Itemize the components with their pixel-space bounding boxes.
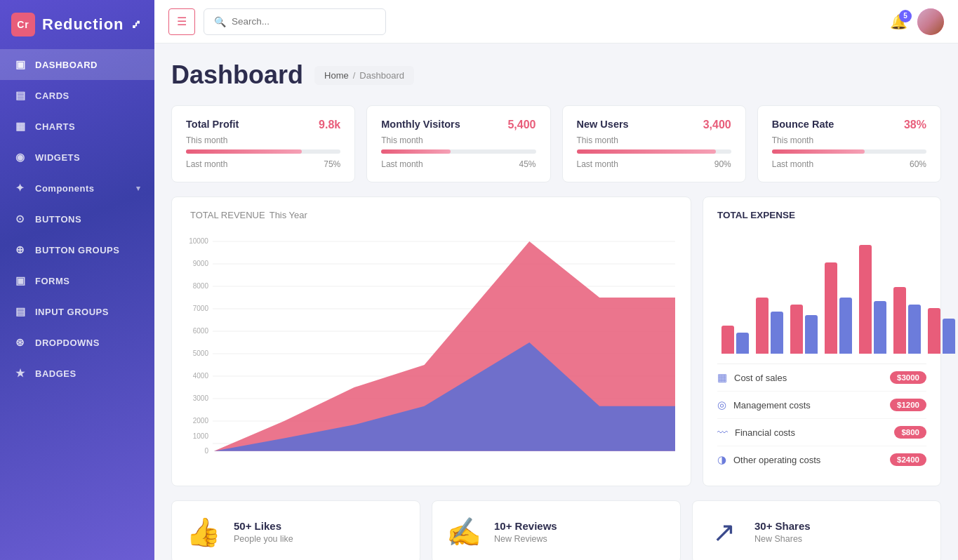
svg-text:6000: 6000 bbox=[193, 327, 208, 335]
svg-text:4000: 4000 bbox=[193, 372, 208, 380]
sidebar-item-forms[interactable]: ▣ FORMS bbox=[0, 265, 154, 296]
expense-legend-item-2: 〰 Financial costs $800 bbox=[717, 419, 926, 446]
bar-pink-3 bbox=[825, 262, 837, 354]
bottom-card-text-2: 30+ Shares New Shares bbox=[754, 520, 811, 544]
progress-bar-fill-2 bbox=[577, 149, 716, 154]
search-icon: 🔍 bbox=[214, 16, 226, 27]
sidebar-item-components[interactable]: ✦ Components ▾ bbox=[0, 173, 154, 204]
stat-card-last-pct-2: 90% bbox=[714, 159, 731, 169]
sidebar-item-cards[interactable]: ▤ CARDS bbox=[0, 80, 154, 111]
sidebar-label-badges: BADGES bbox=[35, 368, 76, 379]
bar-group-4 bbox=[859, 245, 886, 354]
header-right: 🔔 5 bbox=[890, 8, 944, 35]
expense-legend-item-0: ▦ Cost of sales $3000 bbox=[717, 364, 926, 392]
avatar[interactable] bbox=[917, 8, 944, 35]
bottom-card-label-1: New Reviews bbox=[494, 534, 557, 544]
notifications-button[interactable]: 🔔 5 bbox=[890, 13, 907, 30]
sidebar-item-badges[interactable]: ★ BADGES bbox=[0, 358, 154, 389]
app-name: Reduction bbox=[42, 15, 124, 34]
stat-card-header-1: Monthly Visitors 5,400 bbox=[381, 119, 535, 131]
progress-bar-fill-0 bbox=[186, 149, 302, 154]
expense-item-badge-2: $800 bbox=[894, 426, 926, 439]
notif-count-badge: 5 bbox=[899, 10, 912, 22]
bar-blue-0 bbox=[736, 333, 749, 354]
stat-card-this-month-2: This month bbox=[577, 135, 731, 145]
sidebar-item-widgets[interactable]: ◉ WIDGETS bbox=[0, 142, 154, 173]
expense-item-label-0: Cost of sales bbox=[734, 373, 787, 383]
app-logo[interactable]: Cr Reduction ⑇ bbox=[0, 0, 154, 49]
github-icon: ⑇ bbox=[133, 18, 140, 31]
expense-legend: ▦ Cost of sales $3000 ◎ Management costs… bbox=[717, 364, 926, 473]
stat-card-last-pct-3: 60% bbox=[910, 159, 926, 169]
sidebar-item-button-groups[interactable]: ⊕ BUTTON GROUPS bbox=[0, 234, 154, 265]
stat-card-title-3: Bounce Rate bbox=[772, 119, 834, 130]
bar-pink-1 bbox=[756, 298, 769, 354]
sidebar-item-dashboard[interactable]: ▣ DASHBOARD bbox=[0, 49, 154, 80]
stat-card-this-month-1: This month bbox=[381, 135, 535, 145]
stat-card-header-0: Total Profit 9.8k bbox=[186, 119, 340, 131]
expense-item-badge-1: $1200 bbox=[890, 399, 926, 411]
sidebar-nav: ▣ DASHBOARD ▤ CARDS ▦ CHARTS ◉ WIDGETS ✦… bbox=[0, 49, 154, 560]
stat-card-2: New Users 3,400 This month Last month 90… bbox=[562, 105, 746, 182]
sidebar-label-dropdowns: DROPDOWNS bbox=[35, 338, 100, 348]
stat-card-last-label-3: Last month bbox=[772, 159, 813, 169]
bottom-card-icon-2: ↗ bbox=[707, 516, 742, 548]
search-input[interactable] bbox=[232, 16, 372, 27]
stat-card-header-3: Bounce Rate 38% bbox=[772, 119, 926, 131]
expense-item-badge-3: $2400 bbox=[890, 453, 926, 466]
bar-pink-4 bbox=[859, 245, 872, 354]
stat-card-0: Total Profit 9.8k This month Last month … bbox=[171, 105, 355, 182]
sidebar-item-dropdowns[interactable]: ⊛ DROPDOWNS bbox=[0, 327, 154, 358]
bar-blue-1 bbox=[771, 312, 783, 354]
sidebar-label-input-groups: INPUT GROUPS bbox=[35, 307, 109, 317]
expense-bars bbox=[717, 227, 926, 354]
svg-text:3000: 3000 bbox=[193, 394, 208, 402]
input-groups-icon: ▤ bbox=[14, 305, 27, 318]
breadcrumb-separator: / bbox=[353, 70, 356, 81]
bar-group-5 bbox=[893, 287, 921, 354]
stat-cards-grid: Total Profit 9.8k This month Last month … bbox=[171, 105, 941, 182]
bottom-card-icon-0: 👍 bbox=[186, 516, 221, 549]
breadcrumb-home[interactable]: Home bbox=[324, 70, 349, 81]
revenue-chart-subtitle: This Year bbox=[270, 210, 307, 220]
bottom-card-1: ✍ 10+ Reviews New Reviews bbox=[432, 500, 681, 560]
bottom-card-text-0: 50+ Likes People you like bbox=[234, 520, 293, 544]
progress-bar-bg-3 bbox=[772, 149, 926, 154]
stat-card-value-2: 3,400 bbox=[703, 119, 731, 131]
stat-card-this-month-3: This month bbox=[772, 135, 926, 145]
expense-item-icon-3: ◑ bbox=[717, 453, 726, 466]
svg-text:7000: 7000 bbox=[193, 305, 208, 312]
sidebar-label-dashboard: DASHBOARD bbox=[35, 60, 98, 70]
sidebar-label-components: Components bbox=[35, 183, 94, 194]
bar-group-6 bbox=[928, 308, 955, 354]
sidebar-label-widgets: WIDGETS bbox=[35, 152, 80, 163]
page-header: Dashboard Home / Dashboard bbox=[171, 60, 941, 90]
expense-item-icon-2: 〰 bbox=[717, 427, 728, 439]
svg-text:0: 0 bbox=[204, 447, 208, 455]
logo-badge: Cr bbox=[11, 13, 35, 36]
bar-pink-5 bbox=[893, 287, 906, 354]
stat-card-value-0: 9.8k bbox=[319, 119, 340, 131]
expense-item-label-2: Financial costs bbox=[735, 427, 795, 438]
svg-text:2000: 2000 bbox=[193, 417, 208, 425]
sidebar-item-buttons[interactable]: ⊙ BUTTONS bbox=[0, 204, 154, 234]
bottom-cards-grid: 👍 50+ Likes People you like ✍ 10+ Review… bbox=[171, 500, 941, 560]
sidebar-label-forms: FORMS bbox=[35, 276, 69, 286]
menu-toggle-button[interactable]: ☰ bbox=[168, 8, 195, 35]
expense-legend-item-1: ◎ Management costs $1200 bbox=[717, 392, 926, 419]
cards-icon: ▤ bbox=[14, 89, 27, 102]
stat-card-footer-2: Last month 90% bbox=[577, 159, 731, 169]
search-box: 🔍 bbox=[204, 8, 386, 35]
stat-card-value-3: 38% bbox=[904, 119, 926, 131]
revenue-chart-card: TOTAL REVENUEThis Year 10000 9000 8000 7… bbox=[171, 196, 691, 486]
stat-card-footer-0: Last month 75% bbox=[186, 159, 340, 169]
sidebar-item-charts[interactable]: ▦ CHARTS bbox=[0, 111, 154, 142]
badges-icon: ★ bbox=[14, 367, 27, 380]
bar-pink-6 bbox=[928, 308, 940, 354]
top-header: ☰ 🔍 🔔 5 bbox=[154, 0, 958, 44]
stat-card-footer-3: Last month 60% bbox=[772, 159, 926, 169]
page-content: Dashboard Home / Dashboard Total Profit … bbox=[154, 44, 958, 560]
sidebar-item-input-groups[interactable]: ▤ INPUT GROUPS bbox=[0, 296, 154, 327]
stat-card-title-0: Total Profit bbox=[186, 119, 239, 130]
progress-bar-fill-3 bbox=[772, 149, 865, 154]
